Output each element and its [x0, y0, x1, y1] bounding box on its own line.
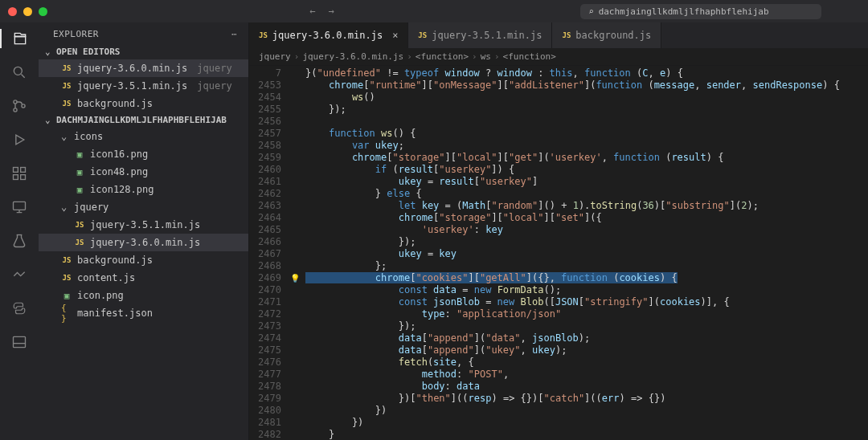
editor-tab[interactable]: JSjquery-3.6.0.min.js× [249, 22, 408, 48]
close-tab-icon[interactable]: × [392, 30, 398, 41]
code-line[interactable]: type: "application/json" [305, 308, 868, 320]
code-line[interactable]: const data = new FormData(); [305, 284, 868, 296]
code-line[interactable]: data["append"]("data", jsonBlob); [305, 332, 868, 344]
code-line[interactable]: chrome["cookies"]["getAll"]({}, function… [305, 272, 868, 284]
editor-tab[interactable]: JSjquery-3.5.1.min.js [408, 22, 552, 48]
code-line[interactable]: body: data [305, 381, 868, 393]
file-item[interactable]: ▣icon16.png [39, 145, 248, 163]
code-line[interactable]: var ukey; [305, 140, 868, 152]
breadcrumbs[interactable]: jquery›jquery-3.6.0.min.js›<function>›ws… [249, 48, 868, 66]
image-file-icon: ▣ [74, 167, 85, 177]
image-file-icon: ▣ [74, 185, 85, 195]
breadcrumb-item[interactable]: ws [481, 51, 491, 62]
code-line[interactable]: 'userkey': key [305, 224, 868, 236]
svg-rect-7 [21, 175, 26, 180]
code-line[interactable]: }; [305, 260, 868, 272]
tab-label: jquery-3.5.1.min.js [432, 30, 542, 41]
code-line[interactable]: data["append"]("ukey", ukey); [305, 344, 868, 356]
explorer-sidebar: EXPLORER ⋯ ⌄ OPEN EDITORS JSjquery-3.6.0… [39, 22, 249, 440]
js-file-icon: JS [259, 31, 268, 39]
code-line[interactable]: } [305, 429, 868, 440]
code-line[interactable]: })["then"]((resp) => {})["catch"]((err) … [305, 393, 868, 405]
js-file-icon: JS [61, 274, 72, 282]
code-line[interactable]: }) [305, 417, 868, 429]
command-center-search[interactable]: ⌕ dachmjaingllkdmljlfhaphbflehijab [580, 4, 821, 19]
open-editor-item[interactable]: JSjquery-3.5.1.min.jsjquery [39, 77, 248, 95]
file-name: manifest.json [77, 308, 153, 319]
code-line[interactable]: }) [305, 405, 868, 417]
breadcrumb-item[interactable]: jquery-3.6.0.min.js [302, 51, 403, 62]
file-name: jquery-3.5.1.min.js [77, 80, 187, 92]
file-name: content.js [77, 272, 135, 283]
file-hint: jquery [197, 63, 231, 74]
file-name: jquery-3.6.0.min.js [77, 63, 187, 74]
code-line[interactable]: chrome["storage"]["local"]["get"]('userk… [305, 152, 868, 164]
svg-point-1 [14, 100, 17, 104]
json-file-icon: { } [61, 303, 72, 324]
file-item[interactable]: JScontent.js [39, 269, 248, 287]
folder-item[interactable]: ⌄jquery [39, 198, 248, 216]
file-item[interactable]: JSbackground.js [39, 251, 248, 269]
lightbulb-icon[interactable]: 💡 [288, 272, 302, 284]
project-section[interactable]: ⌄ DACHMJAINGLLKDMLJLFHAPHBFLEHIJAB [39, 112, 248, 128]
code-content[interactable]: }("undefined" != typeof window ? window … [302, 66, 868, 440]
file-name: icon.png [77, 290, 124, 301]
minimize-window-button[interactable] [23, 7, 32, 16]
breadcrumb-item[interactable]: <function> [503, 51, 556, 62]
search-view-icon[interactable] [10, 63, 29, 82]
chevron-down-icon: ⌄ [45, 47, 53, 57]
code-line[interactable]: chrome["storage"]["local"]["set"]({ [305, 212, 868, 224]
code-line[interactable]: function ws() { [305, 128, 868, 140]
code-line[interactable]: let key = (Math["random"]() + 1).toStrin… [305, 200, 868, 212]
remote-explorer-icon[interactable] [10, 198, 29, 217]
nav-back-icon[interactable]: ← [309, 6, 315, 17]
zoom-window-button[interactable] [39, 7, 47, 16]
code-line[interactable]: ws() [305, 92, 868, 104]
tab-label: background.js [575, 30, 651, 41]
python-env-icon[interactable] [10, 299, 29, 318]
code-line[interactable] [305, 116, 868, 128]
open-editor-item[interactable]: JSbackground.js [39, 95, 248, 112]
file-item[interactable]: { }manifest.json [39, 304, 248, 322]
open-editor-item[interactable]: JSjquery-3.6.0.min.jsjquery [39, 59, 248, 77]
extensions-icon[interactable] [10, 164, 29, 183]
breadcrumb-item[interactable]: <function> [416, 51, 469, 62]
live-share-icon[interactable] [10, 265, 29, 284]
code-line[interactable]: }); [305, 104, 868, 116]
code-line[interactable]: const jsonBlob = new Blob([JSON["stringi… [305, 296, 868, 308]
code-line[interactable]: method: "POST", [305, 369, 868, 381]
source-control-icon[interactable] [10, 96, 29, 116]
explorer-view-icon[interactable] [0, 29, 39, 48]
code-line[interactable]: }); [305, 320, 868, 332]
code-line[interactable]: ukey = key [305, 248, 868, 260]
svg-point-2 [14, 108, 17, 112]
file-name: icon128.png [90, 184, 154, 195]
code-line[interactable]: ukey = result["userkey"] [305, 176, 868, 188]
explorer-more-icon[interactable]: ⋯ [231, 29, 237, 39]
svg-rect-4 [14, 168, 18, 173]
open-editors-section[interactable]: ⌄ OPEN EDITORS [39, 44, 248, 59]
window-controls [8, 7, 47, 16]
testing-icon[interactable] [10, 231, 29, 251]
code-line[interactable]: if (result["userkey"]) { [305, 164, 868, 176]
code-line[interactable]: chrome["runtime"]["onMessage"]["addListe… [305, 79, 868, 92]
code-line[interactable]: }); [305, 236, 868, 248]
code-line[interactable]: }("undefined" != typeof window ? window … [305, 67, 868, 79]
file-item[interactable]: ▣icon.png [39, 287, 248, 304]
code-line[interactable]: } else { [305, 188, 868, 200]
folder-item[interactable]: ⌄icons [39, 128, 248, 145]
breadcrumb-item[interactable]: jquery [259, 51, 291, 62]
editor-tab[interactable]: JSbackground.js [552, 22, 661, 48]
panel-toggle-icon[interactable] [10, 332, 29, 352]
nav-forward-icon[interactable]: → [329, 6, 334, 17]
line-number-gutter: 7245324542455245624572458245924602461246… [249, 66, 288, 440]
close-window-button[interactable] [8, 7, 17, 16]
run-debug-icon[interactable] [10, 130, 29, 149]
code-editor[interactable]: 7245324542455245624572458245924602461246… [249, 66, 868, 440]
file-item[interactable]: JSjquery-3.5.1.min.js [39, 216, 248, 234]
file-item[interactable]: ▣icon128.png [39, 181, 248, 198]
code-line[interactable]: fetch(site, { [305, 356, 868, 369]
file-item[interactable]: ▣icon48.png [39, 163, 248, 181]
js-file-icon: JS [562, 31, 571, 39]
file-item[interactable]: JSjquery-3.6.0.min.js [39, 234, 248, 251]
